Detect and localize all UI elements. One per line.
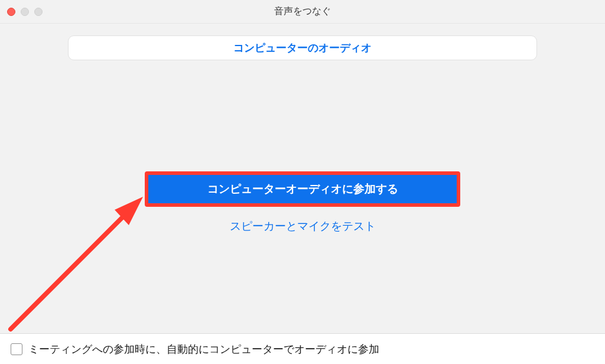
traffic-lights <box>7 8 43 16</box>
content-area: コンピューターのオーディオ コンピューターオーディオに参加する スピーカーとマイ… <box>0 24 605 333</box>
auto-join-label: ミーティングへの参加時に、自動的にコンピューターでオーディオに参加 <box>28 342 379 356</box>
svg-marker-1 <box>115 197 143 225</box>
minimize-icon <box>21 8 29 16</box>
join-computer-audio-label: コンピューターオーディオに参加する <box>207 181 398 197</box>
annotation-arrow-icon <box>6 174 160 334</box>
annotation-highlight: コンピューターオーディオに参加する <box>145 171 460 207</box>
window-title: 音声をつなぐ <box>274 5 331 18</box>
footer: ミーティングへの参加時に、自動的にコンピューターでオーディオに参加 <box>0 333 605 364</box>
join-computer-audio-button[interactable]: コンピューターオーディオに参加する <box>148 175 457 203</box>
tab-computer-audio[interactable]: コンピューターのオーディオ <box>68 35 537 60</box>
zoom-icon <box>34 8 43 16</box>
svg-line-0 <box>11 209 131 329</box>
titlebar: 音声をつなぐ <box>0 0 605 24</box>
test-speaker-mic-link[interactable]: スピーカーとマイクをテスト <box>230 219 376 234</box>
audio-connect-window: 音声をつなぐ コンピューターのオーディオ コンピューターオーディオに参加する ス… <box>0 0 605 364</box>
close-icon[interactable] <box>7 8 15 16</box>
test-speaker-mic-label: スピーカーとマイクをテスト <box>230 220 376 232</box>
auto-join-checkbox[interactable] <box>11 343 22 355</box>
tab-computer-audio-label: コンピューターのオーディオ <box>233 41 372 55</box>
